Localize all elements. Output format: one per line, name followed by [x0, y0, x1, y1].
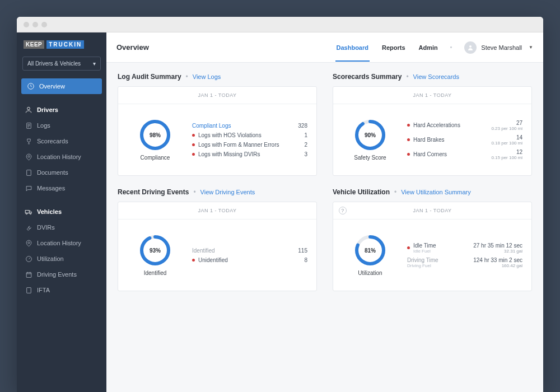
sidebar-item-messages[interactable]: Messages	[17, 180, 106, 196]
page-title: Overview	[116, 43, 149, 52]
window-titlebar	[17, 17, 543, 32]
separator: •	[186, 73, 188, 81]
metric-value: 27 hr 35 min 12 sec	[473, 242, 522, 249]
donut-label: Utilization	[358, 270, 382, 276]
card-date-range: JAN 1 - TODAY	[333, 87, 531, 104]
sidebar-item-label: Logs	[37, 122, 50, 129]
metric-list: Compliant Logs 328 Logs with HOS Violati…	[192, 123, 307, 157]
chevron-down-icon: ▾	[93, 60, 96, 67]
brand-logo: KEEP TRUCKIN	[17, 32, 106, 57]
metric-row: Logs with Form & Manner Errors 2	[192, 142, 307, 148]
donut-percent: 93	[150, 248, 156, 254]
metric-row: Hard Corners 120.15 per 100 mi	[407, 149, 522, 160]
view-driving-events-link[interactable]: View Driving Events	[200, 189, 255, 195]
metric-name: Unidentified	[192, 257, 228, 263]
metric-row: Hard Brakes 140.18 per 100 mi	[407, 134, 522, 146]
document-icon	[25, 286, 32, 294]
brand-part2: TRUCKIN	[46, 40, 84, 49]
metric-row: Logs with Missing DVIRs 3	[192, 151, 307, 157]
user-icon	[25, 106, 32, 114]
sidebar-item-logs[interactable]: Logs	[17, 118, 106, 133]
gauge-icon	[27, 82, 35, 90]
metric-value: 115	[298, 248, 307, 254]
sidebar-item-label: Driving Events	[37, 271, 77, 278]
metric-name: Hard Accelerations	[407, 122, 460, 128]
metric-subvalue: 160.42 gal	[502, 263, 522, 268]
filter-label: All Drivers & Vehicles	[27, 60, 81, 67]
donut-percent: 98	[150, 132, 156, 138]
sidebar-header-label: Drivers	[37, 106, 58, 113]
view-scorecards-link[interactable]: View Scorecards	[413, 73, 459, 80]
tab-admin[interactable]: Admin	[418, 34, 439, 62]
view-logs-link[interactable]: View Logs	[193, 73, 221, 80]
bullet-icon	[407, 138, 410, 141]
separator: •	[406, 73, 408, 81]
sidebar-item-ifta[interactable]: IFTA	[17, 282, 106, 298]
help-icon[interactable]: ?	[339, 207, 347, 214]
metric-row: Hard Accelerations 270.23 per 100 mi	[407, 120, 522, 131]
sidebar-item-documents[interactable]: Documents	[17, 165, 106, 180]
topbar-separator: •	[450, 44, 452, 50]
metric-row: Idle TimeIdle Fuel 27 hr 35 min 12 sec32…	[407, 242, 522, 254]
content: Log Audit Summary • View Logs JAN 1 - TO…	[106, 63, 543, 392]
sidebar-item-location-drivers[interactable]: Location History	[17, 149, 106, 165]
card-driving-events: Recent Driving Events • View Driving Eve…	[118, 188, 317, 291]
sidebar-item-location-vehicles[interactable]: Location History	[17, 235, 106, 251]
filter-dropdown[interactable]: All Drivers & Vehicles ▾	[22, 57, 101, 71]
document-icon	[25, 169, 32, 176]
metric-name: Driving TimeDriving Fuel	[407, 257, 438, 268]
view-utilization-link[interactable]: View Utilization Summary	[401, 189, 471, 195]
card-title: Log Audit Summary	[118, 73, 181, 81]
tab-dashboard[interactable]: Dashboard	[335, 34, 370, 62]
metric-value: 14	[516, 134, 522, 141]
gauge-icon	[25, 255, 32, 263]
sidebar-item-scorecards[interactable]: Scorecards	[17, 133, 106, 149]
svg-point-8	[27, 241, 29, 243]
metric-list: Hard Accelerations 270.23 per 100 mi Har…	[407, 120, 522, 160]
sidebar-item-label: Messages	[37, 185, 65, 192]
window-minimize-icon[interactable]	[32, 22, 38, 27]
tab-reports[interactable]: Reports	[381, 34, 407, 62]
sidebar: KEEP TRUCKIN All Drivers & Vehicles ▾ Ov…	[17, 32, 106, 392]
truck-icon	[25, 208, 32, 216]
window-close-icon[interactable]	[24, 22, 29, 27]
metric-value: 27	[516, 120, 522, 126]
window-maximize-icon[interactable]	[41, 22, 47, 27]
trophy-icon	[25, 137, 32, 145]
metric-row: Compliant Logs 328	[192, 123, 307, 129]
donut-percent: 81	[365, 248, 371, 254]
user-menu[interactable]: Steve Marshall ▼	[464, 41, 533, 54]
main-area: Overview Dashboard Reports Admin • Steve…	[106, 32, 543, 392]
bullet-icon	[192, 134, 195, 137]
donut-percent: 90	[365, 132, 371, 138]
sidebar-item-label: Scorecards	[37, 138, 68, 144]
sidebar-item-dvirs[interactable]: DVIRs	[17, 220, 106, 235]
metric-subvalue: 32.31 gal	[504, 249, 522, 254]
metric-subvalue: 0.18 per 100 mi	[491, 141, 522, 146]
metric-value: 12	[516, 149, 522, 155]
sidebar-item-driving-events[interactable]: Driving Events	[17, 267, 106, 282]
bullet-icon	[407, 246, 410, 249]
sidebar-header-label: Vehicles	[37, 208, 62, 215]
topbar: Overview Dashboard Reports Admin • Steve…	[106, 32, 543, 63]
sidebar-item-utilization[interactable]: Utilization	[17, 251, 106, 267]
sidebar-item-overview[interactable]: Overview	[21, 78, 102, 94]
metric-subvalue: 0.15 per 100 mi	[491, 155, 522, 160]
chevron-down-icon: ▼	[529, 45, 533, 50]
bullet-icon	[407, 124, 410, 127]
metric-value: 2	[304, 142, 307, 148]
sidebar-header-vehicles[interactable]: Vehicles	[17, 204, 106, 220]
topbar-tabs: Dashboard Reports Admin •	[335, 34, 452, 62]
metric-value: 3	[304, 151, 307, 157]
identified-donut: 93% Identified	[127, 234, 183, 276]
sidebar-header-drivers[interactable]: Drivers	[17, 102, 106, 118]
svg-rect-5	[25, 211, 29, 213]
metric-value: 328	[298, 123, 307, 129]
bullet-icon	[192, 143, 195, 146]
svg-point-6	[26, 213, 27, 214]
metric-name: Hard Brakes	[407, 137, 445, 143]
separator: •	[193, 188, 195, 196]
sidebar-item-label: Utilization	[37, 255, 64, 262]
safety-donut: 90% Safety Score	[342, 119, 398, 161]
metric-value: 8	[304, 257, 307, 263]
